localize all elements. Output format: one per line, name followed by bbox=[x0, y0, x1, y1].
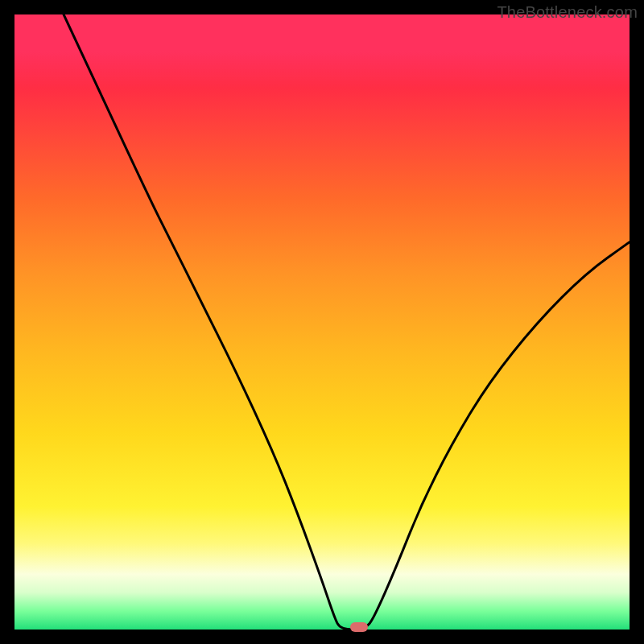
bottleneck-curve bbox=[14, 14, 630, 630]
watermark-text: TheBottleneck.com bbox=[497, 3, 638, 22]
plot-area bbox=[14, 14, 630, 630]
minimum-marker bbox=[350, 622, 368, 632]
chart-frame: TheBottleneck.com bbox=[0, 0, 644, 644]
